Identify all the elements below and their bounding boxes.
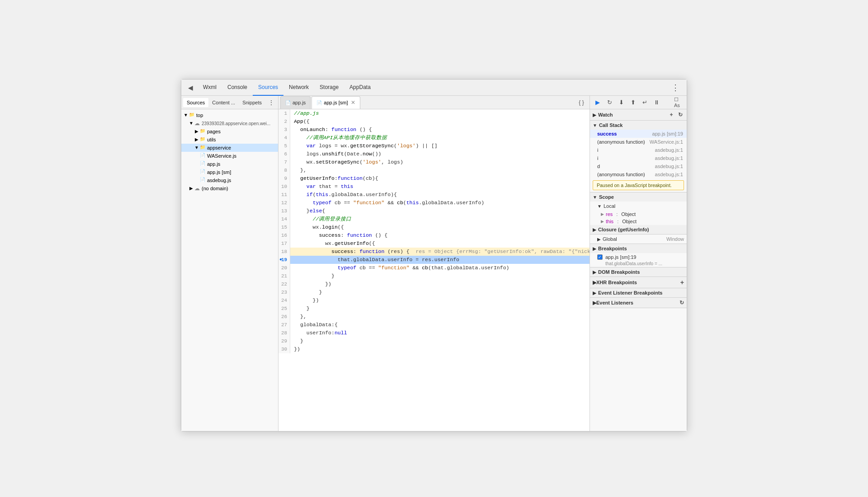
watch-header[interactable]: ▶ Watch + ↻ xyxy=(590,109,687,120)
line-num-16[interactable]: 16 xyxy=(278,231,290,239)
line-content-12: typeof cb == "function" && cb(this.globa… xyxy=(290,199,590,207)
call-stack-item-d[interactable]: d asdebug.js:1 xyxy=(590,162,687,170)
line-num-7[interactable]: 7 xyxy=(278,158,290,166)
scope-item-this[interactable]: ▶ this : Object xyxy=(590,218,687,225)
line-num-29[interactable]: 29 xyxy=(278,337,290,345)
line-num-10[interactable]: 10 xyxy=(278,183,290,191)
more-menu-button[interactable]: ⋮ xyxy=(668,83,683,93)
step-out-btn[interactable]: ⬆ xyxy=(628,98,638,108)
scope-header[interactable]: ▼ Scope xyxy=(590,192,687,202)
line-content-13: }else{ xyxy=(290,207,590,215)
line-num-26[interactable]: 26 xyxy=(278,313,290,321)
line-num-21[interactable]: 21 xyxy=(278,272,290,280)
back-icon[interactable]: ◀ xyxy=(185,82,196,93)
checkbox-icon[interactable]: ☐ As xyxy=(674,98,684,108)
line-num-20[interactable]: 20 xyxy=(278,264,290,272)
line-num-14[interactable]: 14 xyxy=(278,215,290,223)
step-btn[interactable]: ↵ xyxy=(640,98,650,108)
breakpoints-arrow-icon: ▶ xyxy=(593,246,596,251)
line-num-25[interactable]: 25 xyxy=(278,305,290,313)
tree-appjs[interactable]: 📄 app.js xyxy=(181,160,278,168)
breakpoints-header[interactable]: ▶ Breakpoints xyxy=(590,244,687,253)
line-num-8[interactable]: 8 xyxy=(278,166,290,174)
breakpoint-item-1[interactable]: ✓ app.js [sm]:19 xyxy=(590,253,687,261)
tab-appjs[interactable]: 📄 app.js xyxy=(280,96,311,109)
line-num-1[interactable]: 1 xyxy=(278,109,290,117)
xhr-bp-add-btn[interactable]: + xyxy=(680,279,684,286)
tree-appjs-sm[interactable]: 📄 app.js [sm] xyxy=(181,168,278,176)
line-num-19[interactable]: 19 xyxy=(278,256,290,264)
call-stack-item-anon1[interactable]: (anonymous function) WAService.js:1 xyxy=(590,138,687,146)
tree-appservice[interactable]: ▼ 📁 appservice xyxy=(181,144,278,152)
line-num-13[interactable]: 13 xyxy=(278,207,290,215)
closure-section[interactable]: ▶ Closure (getUserInfo) xyxy=(590,225,687,234)
nav-storage[interactable]: Storage xyxy=(314,80,344,96)
editor-tabs: 📄 app.js 📄 app.js [sm] ✕ { } xyxy=(278,96,590,109)
scope-item-res[interactable]: ▶ res : Object xyxy=(590,211,687,218)
line-num-6[interactable]: 6 xyxy=(278,150,290,158)
line-num-11[interactable]: 11 xyxy=(278,191,290,199)
line-num-30[interactable]: 30 xyxy=(278,345,290,353)
line-num-22[interactable]: 22 xyxy=(278,280,290,288)
line-num-27[interactable]: 27 xyxy=(278,321,290,329)
call-stack-item-i2[interactable]: i asdebug.js:1 xyxy=(590,154,687,162)
nav-network[interactable]: Network xyxy=(283,80,314,96)
watch-refresh-btn[interactable]: ↻ xyxy=(677,111,684,118)
nav-sources[interactable]: Sources xyxy=(253,80,283,96)
line-num-28[interactable]: 28 xyxy=(278,329,290,337)
line-num-3[interactable]: 3 xyxy=(278,126,290,134)
tab-sources[interactable]: Sources xyxy=(183,98,208,107)
line-10: 10 var that = this xyxy=(278,183,590,191)
xhr-breakpoints-section[interactable]: ▶ XHR Breakpoints + xyxy=(590,277,687,288)
step-into-btn[interactable]: ⬇ xyxy=(616,98,626,108)
tree-utils[interactable]: ▶ 📁 utils xyxy=(181,136,278,144)
sidebar-tabs-more[interactable]: ⋮ xyxy=(266,99,276,106)
nav-console[interactable]: Console xyxy=(222,80,253,96)
line-num-12[interactable]: 12 xyxy=(278,199,290,207)
tree-cloud-label: 239393028.appservice.open.wei... xyxy=(202,121,270,126)
nav-wxml[interactable]: Wxml xyxy=(198,80,222,96)
tree-top[interactable]: ▼ 📁 top xyxy=(181,111,278,119)
call-stack-item-anon2[interactable]: (anonymous function) asdebug.js:1 xyxy=(590,170,687,178)
call-stack-header[interactable]: ▼ Call Stack xyxy=(590,121,687,130)
dom-breakpoints-section[interactable]: ▶ DOM Breakpoints xyxy=(590,267,687,277)
line-num-15[interactable]: 15 xyxy=(278,223,290,231)
tree-asdebug[interactable]: 📄 asdebug.js xyxy=(181,176,278,184)
line-num-2[interactable]: 2 xyxy=(278,117,290,126)
tab-appjs-sm[interactable]: 📄 app.js [sm] ✕ xyxy=(311,96,360,109)
resume-btn[interactable]: ▶ xyxy=(593,98,603,108)
line-num-17[interactable]: 17 xyxy=(278,239,290,248)
tab-close-icon[interactable]: ✕ xyxy=(351,99,355,106)
tree-waservice[interactable]: 📄 WAService.js xyxy=(181,152,278,160)
watch-add-btn[interactable]: + xyxy=(668,111,675,118)
scope-local-header[interactable]: ▼ Local xyxy=(590,202,687,211)
format-icon[interactable]: { } xyxy=(577,98,586,107)
tree-pages[interactable]: ▶ 📁 pages xyxy=(181,127,278,136)
event-listeners-section[interactable]: ▶ Event Listeners ↻ xyxy=(590,298,687,308)
line-content-19: that.globalData.userInfo = res.userInfo xyxy=(290,256,590,264)
call-stack-item-i1[interactable]: i asdebug.js:1 xyxy=(590,146,687,154)
scope-global-header[interactable]: ▶ Global Window xyxy=(590,234,687,244)
el-refresh-btn[interactable]: ↻ xyxy=(679,300,684,306)
event-listener-bp-section[interactable]: ▶ Event Listener Breakpoints xyxy=(590,288,687,298)
tree-no-domain[interactable]: ▶ ☁ (no domain) xyxy=(181,184,278,192)
step-over-btn[interactable]: ↻ xyxy=(604,98,614,108)
call-stack-item-success[interactable]: success app.js [sm]:19 xyxy=(590,130,687,138)
debug-toolbar: ▶ ↻ ⬇ ⬆ ↵ ⏸ ☐ As xyxy=(590,96,687,109)
pause-on-exceptions-btn[interactable]: ⏸ xyxy=(651,98,661,108)
line-num-9[interactable]: 9 xyxy=(278,174,290,183)
line-num-18[interactable]: 18 xyxy=(278,248,290,256)
line-num-23[interactable]: 23 xyxy=(278,288,290,296)
line-content-7: wx.setStorageSync('logs', logs) xyxy=(290,158,590,166)
line-num-4[interactable]: 4 xyxy=(278,134,290,142)
nav-appdata[interactable]: AppData xyxy=(344,80,376,96)
tab-content[interactable]: Content ... xyxy=(208,98,239,107)
line-num-5[interactable]: 5 xyxy=(278,142,290,150)
tree-cloud-domain[interactable]: ▼ ☁ 239393028.appservice.open.wei... xyxy=(181,119,278,127)
bp-checkbox-1[interactable]: ✓ xyxy=(597,254,603,260)
code-editor[interactable]: 1 //app.js 2 App({ 3 onLaunch: function … xyxy=(278,109,590,431)
line-num-24[interactable]: 24 xyxy=(278,296,290,305)
file-icon-waservice: 📄 xyxy=(199,153,206,159)
dom-bp-label: DOM Breakpoints xyxy=(598,269,640,275)
tab-snippets[interactable]: Snippets xyxy=(239,98,265,107)
